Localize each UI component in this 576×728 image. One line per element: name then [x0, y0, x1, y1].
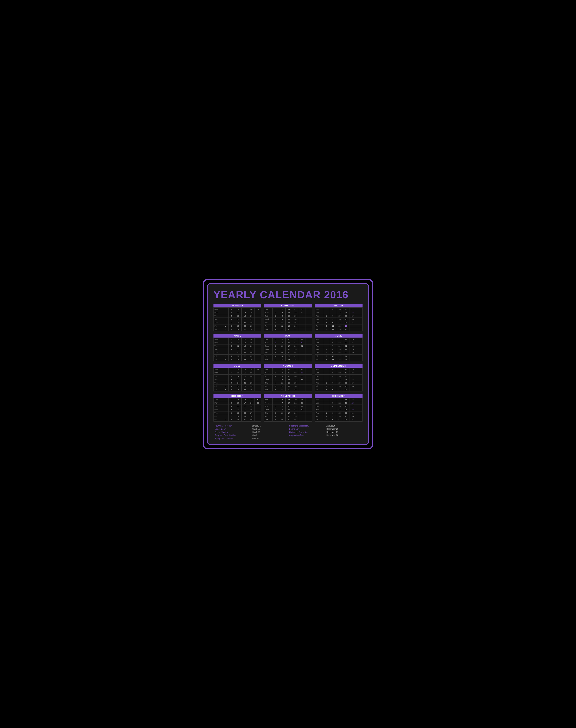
page-title: YEARLY CALENDAR 2016	[213, 289, 363, 301]
month-may: MAY Sun18152229 Mon29162330 Tues31017243…	[264, 334, 312, 361]
month-table-june: Sun5121926 Mon6132027 Tue7142128 Wed1815…	[315, 338, 363, 361]
month-header-june: JUNE	[315, 334, 363, 338]
holiday-name-6: Summer Bank Holiday	[289, 424, 324, 428]
month-table-july: Sun310172431 Mon4111825 Tue5121926 Wed61…	[213, 368, 261, 391]
month-table-march: Sun6132027 Mon7142128 Tue18152229 Wed291…	[315, 308, 363, 331]
month-header-january: JANUARY	[213, 304, 261, 308]
month-header-may: MAY	[264, 334, 312, 338]
month-april: APRIL Sun3101724 Mon4111825 Tue5121926 W…	[213, 334, 261, 361]
month-table-august: Sun7142128 Mon18152229 Tue29162330 Wed31…	[264, 368, 312, 391]
holiday-date-4: May 2	[252, 434, 287, 437]
holiday-name-3: Easter Monday	[215, 431, 250, 434]
month-table-may: Sun18152229 Mon29162330 Tues310172431 We…	[264, 338, 312, 361]
month-header-august: AUGUST	[264, 364, 312, 368]
month-february: FEBRUARY Sun7142128 Mon18152229 Tue29162…	[264, 304, 312, 331]
title-text: YEARLY CALENDAR	[213, 289, 324, 300]
month-table-november: Sun6132027 Mon7142128 Tue18152229 Wed291…	[264, 398, 312, 421]
holiday-name-2: Good Friday	[215, 428, 250, 431]
month-table-january: Sun310172431 Mon4111825 Tue5121926 Wed61…	[213, 308, 261, 331]
holiday-name-9: Corporation Day	[289, 434, 324, 437]
holiday-col-dates-1: January 1 March 25 March 28 May 2 May 30	[251, 424, 288, 440]
calendars-grid: JANUARY Sun310172431 Mon4111825 Tue51219…	[213, 304, 363, 421]
month-header-april: APRIL	[213, 334, 261, 338]
holiday-date-7: December 26	[326, 428, 361, 431]
holiday-col-names-2: Summer Bank Holiday Boxing Day Christmas…	[288, 424, 325, 440]
holiday-col-names-1: New Year's Holiday Good Friday Easter Mo…	[213, 424, 251, 440]
month-table-september: Sun4111825 Mon5121926 Tue6132027 Wed7142…	[315, 368, 363, 391]
month-table-february: Sun7142128 Mon18152229 Tue291623 Wed3101…	[264, 308, 312, 331]
holiday-date-9: December 28	[326, 434, 361, 437]
month-march: MARCH Sun6132027 Mon7142128 Tue18152229 …	[315, 304, 363, 331]
month-table-october: Sun29162330 Mon310172431 Tue4111825 Wed5…	[213, 398, 261, 421]
month-september: SEPTEMBER Sun4111825 Mon5121926 Tue61320…	[315, 364, 363, 391]
inner-frame: YEARLY CALENDAR 2016 JANUARY Sun31017243…	[207, 283, 369, 445]
holiday-name-8: Christmas Day in lieu	[289, 431, 324, 434]
month-june: JUNE Sun5121926 Mon6132027 Tue7142128 We…	[315, 334, 363, 361]
year-text: 2016	[324, 289, 349, 300]
holiday-name-4: Early May Bank Holiday	[215, 434, 250, 437]
month-december: DECEMBER Sun4111825 Mon5121926 Tue613202…	[315, 394, 363, 421]
holiday-col-dates-2: August 29 December 26 December 27 Decemb…	[325, 424, 363, 440]
outer-frame: YEARLY CALENDAR 2016 JANUARY Sun31017243…	[203, 279, 373, 449]
month-january: JANUARY Sun310172431 Mon4111825 Tue51219…	[213, 304, 261, 331]
month-header-september: SEPTEMBER	[315, 364, 363, 368]
holiday-date-6: August 29	[326, 424, 361, 428]
month-header-november: NOVEMBER	[264, 394, 312, 398]
holiday-name-5: Spring Bank Holiday	[215, 437, 250, 440]
month-header-july: JULY	[213, 364, 261, 368]
holidays-section: New Year's Holiday Good Friday Easter Mo…	[213, 424, 363, 440]
holiday-name-7: Boxing Day	[289, 428, 324, 431]
holiday-date-8: December 27	[326, 431, 361, 434]
month-july: JULY Sun310172431 Mon4111825 Tue5121926 …	[213, 364, 261, 391]
month-october: OCTOBER Sun29162330 Mon310172431 Tue4111…	[213, 394, 261, 421]
month-table-april: Sun3101724 Mon4111825 Tue5121926 Wed6132…	[213, 338, 261, 361]
month-table-december: Sun4111825 Mon5121926 Tue6132027 Wed7142…	[315, 398, 363, 421]
month-header-december: DECEMBER	[315, 394, 363, 398]
holiday-date-2: March 25	[252, 428, 287, 431]
holiday-name-1: New Year's Holiday	[215, 424, 250, 428]
month-header-march: MARCH	[315, 304, 363, 308]
holiday-date-5: May 30	[252, 437, 287, 440]
month-header-october: OCTOBER	[213, 394, 261, 398]
holiday-date-3: March 28	[252, 431, 287, 434]
month-november: NOVEMBER Sun6132027 Mon7142128 Tue181522…	[264, 394, 312, 421]
month-header-february: FEBRUARY	[264, 304, 312, 308]
holiday-date-1: January 1	[252, 424, 287, 428]
month-august: AUGUST Sun7142128 Mon18152229 Tue2916233…	[264, 364, 312, 391]
